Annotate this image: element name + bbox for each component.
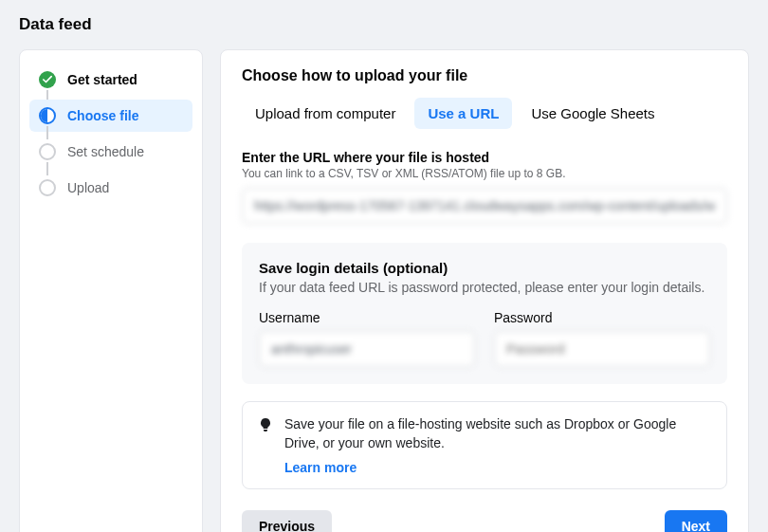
previous-button[interactable]: Previous xyxy=(242,510,332,532)
circle-icon xyxy=(39,143,56,160)
step-choose-file[interactable]: Choose file xyxy=(29,100,192,132)
section-title: Choose how to upload your file xyxy=(242,67,727,84)
username-input[interactable] xyxy=(259,331,475,367)
step-label: Upload xyxy=(67,180,109,195)
half-circle-icon xyxy=(39,107,56,124)
main-panel: Choose how to upload your file Upload fr… xyxy=(220,49,749,532)
url-field-block: Enter the URL where your file is hosted … xyxy=(242,150,727,224)
step-get-started[interactable]: Get started xyxy=(29,64,192,96)
step-label: Get started xyxy=(67,72,137,87)
password-label: Password xyxy=(494,310,710,325)
login-panel: Save login details (optional) If your da… xyxy=(242,243,727,384)
step-label: Choose file xyxy=(67,108,138,123)
username-label: Username xyxy=(259,310,475,325)
footer-row: Previous Next xyxy=(242,510,727,532)
step-set-schedule[interactable]: Set schedule xyxy=(29,136,192,168)
upload-tabs: Upload from computer Use a URL Use Googl… xyxy=(242,98,727,129)
steps-sidebar: Get started Choose file Set schedule Upl… xyxy=(19,49,203,532)
tip-text: Save your file on a file-hosting website… xyxy=(284,415,711,452)
learn-more-link[interactable]: Learn more xyxy=(284,460,357,475)
tab-use-a-url[interactable]: Use a URL xyxy=(414,98,512,129)
tab-use-google-sheets[interactable]: Use Google Sheets xyxy=(518,98,667,129)
url-input[interactable] xyxy=(242,188,727,224)
tab-upload-from-computer[interactable]: Upload from computer xyxy=(242,98,409,129)
password-input[interactable] xyxy=(494,331,710,367)
url-field-help: You can link to a CSV, TSV or XML (RSS/A… xyxy=(242,167,727,180)
check-icon xyxy=(39,71,56,88)
step-label: Set schedule xyxy=(67,144,144,159)
next-button[interactable]: Next xyxy=(665,510,727,532)
login-title: Save login details (optional) xyxy=(259,260,710,276)
url-field-label: Enter the URL where your file is hosted xyxy=(242,150,727,165)
tip-box: Save your file on a file-hosting website… xyxy=(242,401,727,489)
step-upload[interactable]: Upload xyxy=(29,172,192,204)
page-title: Data feed xyxy=(19,15,749,34)
circle-icon xyxy=(39,179,56,196)
login-subtitle: If your data feed URL is password protec… xyxy=(259,280,710,295)
lightbulb-icon xyxy=(258,417,273,432)
